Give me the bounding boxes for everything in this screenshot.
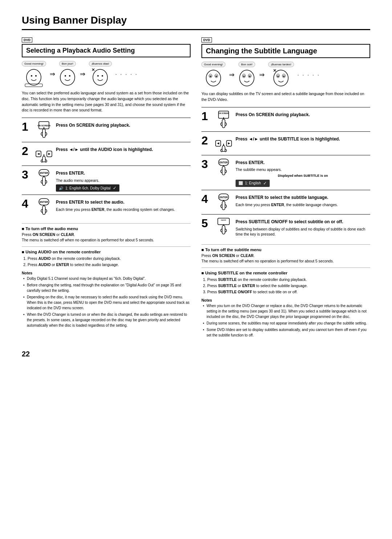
left-notes-list: Dolby Digital 5.1 Channel sound may be d…	[22, 276, 191, 328]
svg-point-36	[283, 75, 285, 77]
svg-text:ON/OFF: ON/OFF	[221, 219, 226, 221]
arrows-icon-r1: ◄ ►	[215, 135, 232, 152]
arrow-2: ⇒	[80, 70, 85, 78]
step-title-3: Press ENTER.	[56, 170, 191, 176]
face-2: Bon jour!	[59, 61, 76, 87]
face-svg-2	[59, 67, 76, 87]
svg-point-32	[274, 70, 288, 86]
right-step-sub-5: Switching between display of subtitles a…	[236, 226, 370, 237]
step-number-2: 2	[22, 145, 32, 157]
face-svg-r3	[272, 68, 290, 87]
onscreen-icon-1: ON SCREEN	[36, 121, 52, 139]
right-illustration: Good evening! ⇒ Bon soir!	[201, 62, 370, 87]
right-step-title-3: Press ENTER.	[236, 160, 370, 166]
step-number-4: 4	[22, 198, 32, 209]
svg-point-0	[26, 69, 41, 85]
right-step-content-1: Press On SCREEN during playback.	[236, 110, 370, 118]
using-audio-remote-header: Using AUDIO on the remote controller	[22, 246, 191, 254]
left-illustration: Good morning! ⇒ Bon jour!	[22, 61, 191, 87]
turn-off-audio-text1: Press ON SCREEN or CLEAR.	[22, 232, 191, 237]
step-icon-3: ENTER	[35, 169, 53, 187]
right-step-number-1: 1	[201, 110, 212, 122]
right-step-sub-3: The subtitle menu appears.	[236, 167, 370, 172]
svg-point-8	[97, 75, 99, 77]
subtitle-checkmark: ✓	[263, 181, 267, 186]
right-step-content-3: Press ENTER. The subtitle menu appears. …	[236, 158, 370, 187]
main-content: DVD Selecting a Playback Audio Setting G…	[22, 37, 370, 339]
onscreen-icon-r1: ON SCREEN	[216, 110, 232, 128]
svg-text:ON SCREEN: ON SCREEN	[219, 113, 229, 114]
arrow-1: ⇒	[50, 70, 55, 78]
right-step-icon-5: ON/OFF	[215, 217, 233, 236]
face-svg-3	[91, 67, 109, 87]
right-step-title-1: Press On SCREEN during playback.	[236, 112, 370, 118]
left-step-3: 3 ENTER Press ENTER. The audio menu appe…	[22, 166, 191, 195]
bubble-r2: Bon soir!	[238, 62, 255, 67]
right-body-text: You can display subtitles on the TV scre…	[201, 91, 370, 103]
audio-menu-icon: 🔊	[59, 186, 63, 190]
svg-point-35	[277, 75, 279, 77]
svg-text:ENTER: ENTER	[40, 201, 48, 203]
left-column: DVD Selecting a Playback Audio Setting G…	[22, 37, 191, 339]
right-step-title-4: Press ENTER to select the subtitle langu…	[236, 195, 370, 201]
enter-icon-1: ENTER	[36, 169, 52, 187]
right-step-title-5: Press SUBTITLE ON/OFF to select subtitle…	[236, 219, 370, 225]
step-content-2: Press ◄/► until the AUDIO icon is highli…	[56, 145, 191, 153]
svg-point-30	[243, 75, 245, 77]
arrow-r1: ⇒	[229, 71, 234, 79]
svg-text:ON SCREEN: ON SCREEN	[37, 124, 50, 127]
svg-text:◄: ◄	[216, 141, 220, 145]
right-step-icon-3: ENTER	[215, 158, 233, 176]
subtitle-menu-icon: ⬜	[238, 181, 243, 185]
audio-remote-step-2: Press AUDIO or ENTER to select the audio…	[28, 262, 191, 268]
step-icon-2: ◄ ►	[35, 145, 53, 163]
subtitle-menu-text: 1: English	[245, 181, 261, 185]
onoff-icon: ON/OFF	[216, 217, 232, 236]
right-step-number-4: 4	[201, 193, 212, 205]
audio-remote-step-1: Press AUDIO on the remote controller dur…	[28, 256, 191, 262]
audio-checkmark: ✓	[113, 185, 117, 191]
step-content-4: Press ENTER to select the audio. Each ti…	[56, 198, 191, 212]
left-note-3: Depending on the disc, it may be necessa…	[27, 294, 191, 311]
step-title-1: Press On SCREEN during playback.	[56, 122, 191, 128]
step-sub-3: The audio menu appears.	[56, 178, 191, 183]
svg-point-25	[210, 75, 211, 77]
face-svg-r2	[238, 68, 256, 87]
svg-point-2	[35, 75, 37, 77]
bubble-3: ¡Buenos dias!	[89, 61, 112, 66]
right-step-number-3: 3	[201, 158, 212, 170]
turn-off-subtitle-text1: Press ON SCREEN or CLEAR.	[201, 253, 370, 258]
bubble-2: Bon jour!	[59, 61, 76, 66]
svg-text:◄: ◄	[37, 152, 40, 156]
dvd-badge-left: DVD	[22, 37, 32, 42]
left-note-1: Dolby Digital 5.1 Channel sound may be d…	[27, 276, 191, 281]
svg-text:►: ►	[227, 141, 231, 145]
right-step-icon-1: ON SCREEN	[215, 110, 233, 128]
left-body-text: You can select the preferred audio langu…	[22, 90, 191, 113]
svg-point-6	[69, 75, 70, 77]
svg-text:ENTER: ENTER	[219, 161, 228, 164]
right-column: DVD Changing the Subtitle Language Good …	[201, 37, 370, 339]
svg-point-31	[249, 75, 250, 77]
right-note-3: Some DVD-Video are set to display subtit…	[207, 327, 370, 338]
dots-right: · · · · ·	[298, 72, 320, 78]
right-note-1: When you turn on the DVD Changer or repl…	[207, 303, 370, 319]
turn-off-subtitle-header: To turn off the subtitle menu	[201, 244, 370, 252]
right-step-1: 1 ON SCREEN Press On SCREEN during playb…	[201, 107, 370, 131]
right-step-4: 4 ENTER Press ENTER to select the subtit…	[201, 190, 370, 214]
right-step-icon-2: ◄ ►	[215, 135, 233, 152]
svg-point-9	[102, 75, 103, 77]
arrows-icon-1: ◄ ►	[35, 145, 53, 163]
face-r1: Good evening!	[201, 62, 225, 87]
audio-remote-steps: Press AUDIO on the remote controller dur…	[22, 256, 191, 268]
step-content-3: Press ENTER. The audio menu appears. 🔊 1…	[56, 169, 191, 192]
svg-text:►: ►	[48, 152, 51, 156]
subtitle-remote-steps: Press SUBTITLE on the remote controller …	[201, 277, 370, 295]
svg-point-4	[60, 69, 75, 85]
subtitle-menu-wrapper: Displayed when SUBTITLE is on ⬜ 1: Engli…	[236, 174, 370, 187]
left-notes-label: Notes	[22, 271, 191, 275]
left-section-header: DVD Selecting a Playback Audio Setting	[22, 37, 191, 57]
right-step-content-4: Press ENTER to select the subtitle langu…	[236, 193, 370, 207]
enter-icon-r2: ENTER	[216, 193, 232, 211]
subtitle-remote-step-2: Press SUBTITLE or ENTER to select the su…	[207, 283, 370, 289]
